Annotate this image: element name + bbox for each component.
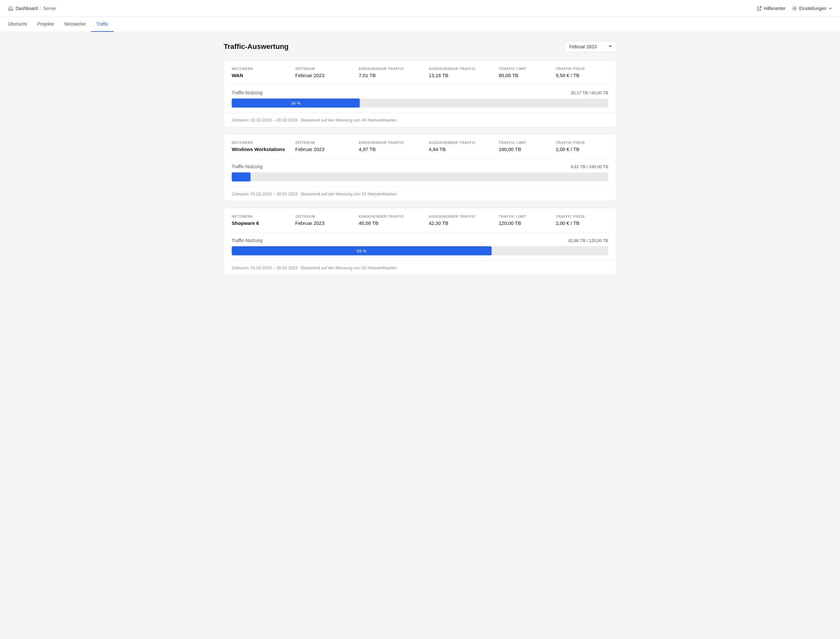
label-ausgehend: AUSGEHENDER TRAFFIC [429, 141, 493, 145]
traffic-section: Traffic-Nutzung 82,86 TB / 120,00 TB 69 … [224, 233, 616, 261]
label-limit: TRAFFIC LIMIT [499, 67, 550, 71]
meta-ausgehend: AUSGEHENDER TRAFFIC 4,84 TB [429, 141, 493, 152]
ausgehend-value: 4,84 TB [429, 146, 493, 152]
label-preis: TRAFFIC PREIS [556, 67, 608, 71]
meta-eingehend: EINGEHENDER TRAFFIC 4,97 TB [359, 141, 423, 152]
top-navigation: Dashboard / Server Hilfecenter Einstellu… [0, 0, 840, 17]
traffic-values: 82,86 TB / 120,00 TB [568, 238, 608, 243]
label-preis: TRAFFIC PREIS [556, 215, 608, 218]
zeitraum-value: Februar 2023 [295, 220, 353, 226]
preis-value: 2,00 € / TB [556, 146, 608, 152]
label-ausgehend: AUSGEHENDER TRAFFIC [429, 67, 493, 71]
meta-preis: TRAFFIC PREIS 2,00 € / TB [556, 215, 608, 226]
label-eingehend: EINGEHENDER TRAFFIC [359, 215, 423, 218]
network-card-shopware-6: NETZWERK Shopware 6 ZEITRAUM Februar 202… [224, 208, 616, 275]
meta-preis: TRAFFIC PREIS 9,50 € / TB [556, 67, 608, 78]
network-card-wan: NETZWERK WAN ZEITRAUM Februar 2023 EINGE… [224, 60, 616, 127]
meta-zeitraum: ZEITRAUM Februar 2023 [295, 67, 353, 78]
progress-bar-background [232, 172, 608, 181]
limit-value: 120,00 TB [499, 220, 550, 226]
network-card-windows-workstations: NETZWERK Windows Workstations ZEITRAUM F… [224, 134, 616, 201]
network-meta: NETZWERK Shopware 6 ZEITRAUM Februar 202… [232, 215, 608, 226]
meta-ausgehend: AUSGEHENDER TRAFFIC 13,16 TB [429, 67, 493, 78]
meta-netzwerk: NETZWERK WAN [232, 67, 290, 78]
label-zeitraum: ZEITRAUM [295, 67, 353, 71]
meta-ausgehend: AUSGEHENDER TRAFFIC 42,30 TB [429, 215, 493, 226]
limit-value: 180,00 TB [499, 146, 550, 152]
label-netzwerk: NETZWERK [232, 67, 290, 71]
page-header: Traffic-Auswertung Januar 2023 Februar 2… [224, 41, 616, 52]
network-card-footer: Zeitraum: 01.02.2023 – 28.02.2023 · Basi… [224, 261, 616, 275]
network-card-header: NETZWERK Shopware 6 ZEITRAUM Februar 202… [224, 208, 616, 232]
progress-bar-label: 69 % [357, 248, 366, 253]
traffic-header: Traffic-Nutzung 9,81 TB / 180,00 TB [232, 164, 608, 169]
zeitraum-value: Februar 2023 [295, 73, 353, 78]
traffic-label: Traffic-Nutzung [232, 238, 262, 243]
tab-traffic[interactable]: Traffic [91, 17, 114, 32]
help-center-label: Hilfecenter [764, 6, 786, 11]
meta-limit: TRAFFIC LIMIT 60,00 TB [499, 67, 550, 78]
help-center-link[interactable]: Hilfecenter [757, 6, 786, 11]
traffic-label: Traffic-Nutzung [232, 90, 262, 95]
breadcrumb-separator: / [40, 6, 41, 11]
eingehend-value: 40,56 TB [359, 220, 423, 226]
label-limit: TRAFFIC LIMIT [499, 215, 550, 218]
tab-projekte[interactable]: Projekte [32, 17, 59, 32]
label-ausgehend: AUSGEHENDER TRAFFIC [429, 215, 493, 218]
progress-bar-fill [232, 172, 250, 181]
progress-bar-label: 34 % [291, 101, 301, 106]
meta-zeitraum: ZEITRAUM Februar 2023 [295, 215, 353, 226]
traffic-values: 9,81 TB / 180,00 TB [571, 164, 608, 169]
network-card-footer: Zeitraum: 01.02.2023 – 28.02.2023 · Basi… [224, 113, 616, 127]
meta-eingehend: EINGEHENDER TRAFFIC 40,56 TB [359, 215, 423, 226]
settings-label: Einstellungen [799, 6, 826, 11]
ausgehend-value: 13,16 TB [429, 73, 493, 78]
network-name: Shopware 6 [232, 220, 290, 226]
label-preis: TRAFFIC PREIS [556, 141, 608, 145]
limit-value: 60,00 TB [499, 73, 550, 78]
meta-eingehend: EINGEHENDER TRAFFIC 7,01 TB [359, 67, 423, 78]
traffic-section: Traffic-Nutzung 20,17 TB / 60,00 TB 34 % [224, 85, 616, 113]
svg-point-0 [794, 8, 795, 9]
network-name: WAN [232, 73, 290, 78]
meta-netzwerk: NETZWERK Shopware 6 [232, 215, 290, 226]
tab-ubersicht[interactable]: Übersicht [8, 17, 32, 32]
preis-value: 2,00 € / TB [556, 220, 608, 226]
meta-zeitraum: ZEITRAUM Februar 2023 [295, 141, 353, 152]
traffic-header: Traffic-Nutzung 82,86 TB / 120,00 TB [232, 238, 608, 243]
network-card-footer: Zeitraum: 01.02.2023 – 28.02.2023 · Basi… [224, 187, 616, 201]
zeitraum-value: Februar 2023 [295, 146, 353, 152]
network-card-header: NETZWERK WAN ZEITRAUM Februar 2023 EINGE… [224, 60, 616, 84]
nav-right: Hilfecenter Einstellungen [757, 6, 832, 11]
breadcrumb-server: Server [43, 6, 56, 11]
ausgehend-value: 42,30 TB [429, 220, 493, 226]
page-title: Traffic-Auswertung [224, 43, 288, 51]
network-meta: NETZWERK Windows Workstations ZEITRAUM F… [232, 141, 608, 152]
eingehend-value: 7,01 TB [359, 73, 423, 78]
progress-bar-background: 34 % [232, 99, 608, 108]
progress-bar-fill: 34 % [232, 99, 360, 108]
breadcrumb: Dashboard / Server [8, 5, 56, 11]
label-limit: TRAFFIC LIMIT [499, 141, 550, 145]
main-content: Traffic-Auswertung Januar 2023 Februar 2… [216, 32, 624, 291]
month-select[interactable]: Januar 2023 Februar 2023 März 2023 [565, 41, 616, 52]
network-cards-container: NETZWERK WAN ZEITRAUM Februar 2023 EINGE… [224, 60, 616, 275]
breadcrumb-dashboard[interactable]: Dashboard [16, 6, 38, 11]
tab-netzwerke[interactable]: Netzwerke [59, 17, 91, 32]
external-link-icon [757, 6, 762, 11]
label-netzwerk: NETZWERK [232, 141, 290, 145]
label-eingehend: EINGEHENDER TRAFFIC [359, 141, 423, 145]
meta-preis: TRAFFIC PREIS 2,00 € / TB [556, 141, 608, 152]
label-netzwerk: NETZWERK [232, 215, 290, 218]
chevron-down-icon [828, 6, 832, 10]
meta-netzwerk: NETZWERK Windows Workstations [232, 141, 290, 152]
gear-icon [792, 6, 797, 11]
label-zeitraum: ZEITRAUM [295, 215, 353, 218]
progress-bar-background: 69 % [232, 246, 608, 255]
progress-bar-fill: 69 % [232, 246, 492, 255]
network-name: Windows Workstations [232, 146, 290, 152]
traffic-section: Traffic-Nutzung 9,81 TB / 180,00 TB [224, 159, 616, 187]
traffic-label: Traffic-Nutzung [232, 164, 262, 169]
sub-navigation: Übersicht Projekte Netzwerke Traffic [0, 17, 840, 32]
settings-button[interactable]: Einstellungen [792, 6, 832, 11]
